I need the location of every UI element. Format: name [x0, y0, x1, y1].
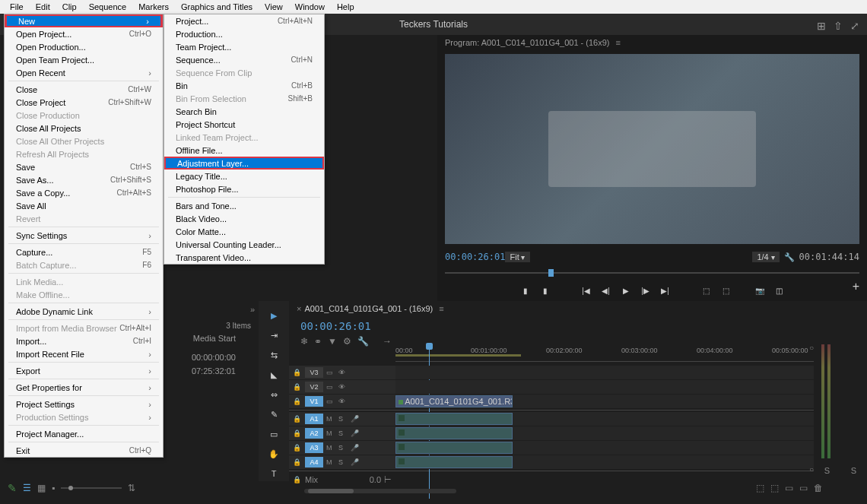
menu-view[interactable]: View [259, 2, 289, 11]
track-a1[interactable]: 🔒 A1 M S 🎤 [289, 412, 814, 426]
track-label[interactable]: A2 [305, 428, 323, 439]
mute-icon[interactable]: M [326, 444, 335, 452]
selection-tool-icon[interactable]: ▶ [265, 309, 283, 324]
rectangle-tool-icon[interactable]: ▭ [265, 426, 283, 442]
audio-clip[interactable] [395, 427, 513, 439]
program-monitor[interactable] [445, 54, 859, 244]
submenu-item-transparent-video[interactable]: Transparent Video... [164, 251, 324, 264]
submenu-item-adjustment-layer[interactable]: Adjustment Layer... [164, 157, 324, 170]
snap-icon[interactable]: ❄ [300, 336, 308, 347]
menu-item-save-a-copy[interactable]: Save a Copy...Ctrl+Alt+S [5, 186, 163, 199]
eye-icon[interactable]: 👁 [338, 383, 348, 391]
hand-tool-icon[interactable]: ✋ [265, 446, 283, 461]
track-label[interactable]: A4 [305, 457, 323, 468]
scroll-marker-icon[interactable]: ○ [809, 344, 814, 352]
toggle-output-icon[interactable]: ▭ [326, 398, 335, 405]
mute-icon[interactable]: M [326, 458, 335, 466]
program-menu-icon[interactable]: ≡ [615, 38, 620, 47]
add-panel-icon[interactable]: ⊞ [817, 20, 826, 32]
col-media-start[interactable]: Media Start [193, 334, 236, 343]
mute-icon[interactable]: M [326, 430, 335, 437]
list-view-icon[interactable]: ☰ [23, 483, 31, 493]
voice-icon[interactable]: 🎤 [351, 430, 360, 437]
lock-icon[interactable]: 🔒 [293, 430, 302, 437]
workspace-tab[interactable]: Teckers Tutorials [388, 19, 479, 30]
ripple-tool-icon[interactable]: ⇆ [265, 348, 283, 363]
toggle-output-icon[interactable]: ▭ [326, 383, 335, 391]
razor-tool-icon[interactable]: ◣ [265, 368, 283, 383]
submenu-item-universal-counting-leader[interactable]: Universal Counting Leader... [164, 238, 324, 251]
timeline-timecode[interactable]: 00:00:26:01 [289, 316, 814, 336]
mute-icon[interactable]: M [326, 415, 335, 423]
audio-clip[interactable] [395, 456, 513, 468]
solo-icon[interactable]: S [338, 415, 348, 423]
menu-item-close-all-projects[interactable]: Close All Projects [5, 122, 163, 135]
track-label[interactable]: V1 [305, 396, 323, 407]
solo-label[interactable]: S [824, 466, 830, 475]
pen-icon[interactable]: ✎ [8, 482, 17, 494]
program-timecode-in[interactable]: 00:00:26:01 [445, 252, 505, 262]
solo-icon[interactable]: S [338, 430, 348, 437]
lock-icon[interactable]: 🔒 [293, 415, 302, 423]
slip-tool-icon[interactable]: ⇔ [265, 388, 283, 403]
submenu-item-bars-and-tone[interactable]: Bars and Tone... [164, 199, 324, 212]
audio-clip[interactable] [395, 442, 513, 454]
insert-icon[interactable]: → [383, 336, 392, 347]
wrench-icon[interactable]: 🔧 [784, 252, 795, 262]
track-label[interactable]: A3 [305, 442, 323, 453]
submenu-item-legacy-title[interactable]: Legacy Title... [164, 170, 324, 182]
submenu-item-team-project[interactable]: Team Project... [164, 40, 324, 53]
lock-icon[interactable]: 🔒 [293, 444, 302, 452]
lock-icon[interactable]: 🔒 [293, 369, 302, 376]
track-v1[interactable]: 🔒 V1 ▭ 👁 A001_C014_0101G4_001.R3D [V] [289, 395, 814, 408]
project-chevrons-icon[interactable]: » [250, 305, 255, 318]
menu-item-close-project[interactable]: Close ProjectCtrl+Shift+W [5, 96, 163, 109]
new-item-icon[interactable]: ▭ [799, 483, 808, 493]
extract-icon[interactable]: ⬚ [719, 284, 733, 297]
menu-file[interactable]: File [4, 2, 30, 11]
menu-item-save-as[interactable]: Save As...Ctrl+Shift+S [5, 173, 163, 186]
eye-icon[interactable]: 👁 [338, 398, 348, 405]
lock-icon[interactable]: 🔒 [293, 458, 302, 466]
submenu-item-sequence[interactable]: Sequence...Ctrl+N [164, 53, 324, 66]
video-clip[interactable]: A001_C014_0101G4_001.R3D [V] [395, 395, 513, 407]
submenu-item-black-video[interactable]: Black Video... [164, 212, 324, 225]
solo-icon[interactable]: S [338, 458, 348, 466]
voice-icon[interactable]: 🎤 [351, 444, 360, 452]
eye-icon[interactable]: 👁 [338, 369, 348, 376]
menu-item-project-settings[interactable]: Project Settings [5, 398, 163, 410]
menu-item-import[interactable]: Import...Ctrl+I [5, 334, 163, 347]
menu-window[interactable]: Window [289, 2, 331, 11]
track-v3[interactable]: 🔒 V3 ▭ 👁 [289, 366, 814, 379]
go-out-icon[interactable]: ▶| [659, 284, 672, 297]
icon-view-icon[interactable]: ▦ [37, 483, 46, 493]
timeline-zoom-scrollbar[interactable] [304, 489, 456, 493]
timeline-ruler[interactable]: 00:00 00:01:00:00 00:02:00:00 00:03:00:0… [395, 347, 814, 362]
pen-tool-icon[interactable]: ✎ [265, 407, 283, 422]
solo-icon[interactable]: S [338, 444, 348, 452]
menu-item-open-recent[interactable]: Open Recent [5, 66, 163, 79]
menu-item-capture[interactable]: Capture...F5 [5, 246, 163, 258]
sequence-name[interactable]: A001_C014_0101G4_001 - (16x9) [304, 304, 433, 313]
menu-item-save[interactable]: SaveCtrl+S [5, 160, 163, 173]
track-a3[interactable]: 🔒 A3 M S 🎤 [289, 441, 814, 455]
submenu-item-photoshop-file[interactable]: Photoshop File... [164, 182, 324, 195]
submenu-item-search-bin[interactable]: Search Bin [164, 105, 324, 118]
mark-in-icon[interactable]: ▮ [519, 284, 532, 297]
zoom-slider[interactable] [61, 487, 122, 489]
submenu-item-bin[interactable]: BinCtrl+B [164, 79, 324, 92]
step-fwd-icon[interactable]: |▶ [639, 284, 653, 297]
voice-icon[interactable]: 🎤 [351, 415, 360, 423]
linked-icon[interactable]: ⚭ [314, 336, 322, 347]
menu-item-get-properties-for[interactable]: Get Properties for [5, 381, 163, 394]
type-tool-icon[interactable]: T [265, 466, 283, 481]
wrench-icon[interactable]: 🔧 [357, 336, 369, 347]
fullscreen-icon[interactable]: ⤢ [850, 20, 859, 32]
track-label[interactable]: V2 [305, 382, 323, 392]
submenu-item-offline-file[interactable]: Offline File... [164, 144, 324, 157]
submenu-item-project-shortcut[interactable]: Project Shortcut [164, 118, 324, 131]
lock-icon[interactable]: 🔒 [293, 383, 302, 391]
solo-label[interactable]: S [851, 466, 856, 475]
go-in-icon[interactable]: |◀ [580, 284, 593, 297]
fit-dropdown[interactable]: Fit ▾ [505, 252, 529, 262]
